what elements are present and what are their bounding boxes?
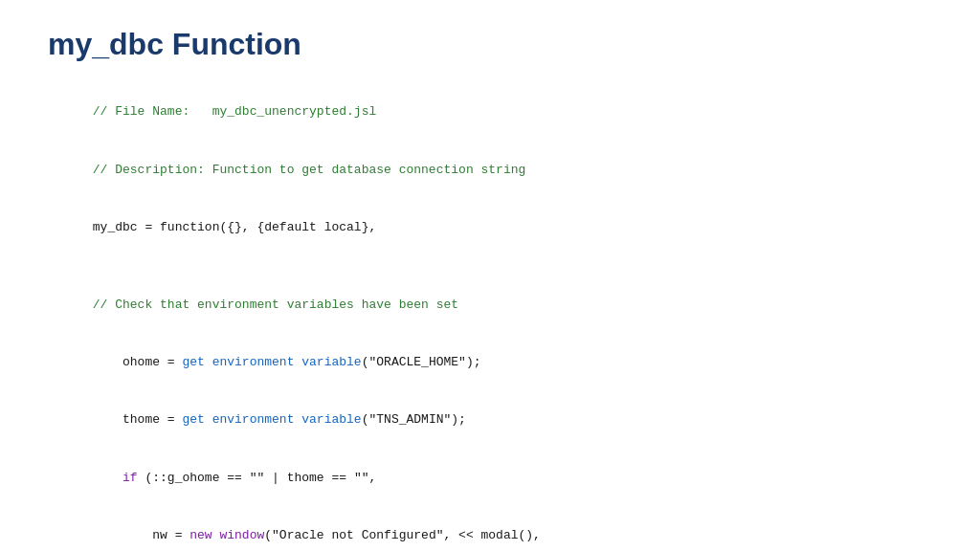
code-line: // File Name: my_dbc_unencrypted.jsl — [48, 83, 932, 141]
code-line: thome = get environment variable("TNS_AD… — [48, 391, 932, 449]
code-line — [48, 256, 932, 276]
code-line: my_dbc = function({}, {default local}, — [48, 199, 932, 256]
code-line: nw = new window("Oracle not Configured",… — [48, 507, 932, 551]
code-line: // Description: Function to get database… — [48, 141, 932, 198]
code-line: // Check that environment variables have… — [48, 276, 932, 333]
code-line: if (::g_ohome == "" | thome == "", — [48, 450, 932, 507]
code-line: ohome = get environment variable("ORACLE… — [48, 334, 932, 391]
page-title: my_dbc Function — [48, 27, 932, 62]
main-content: my_dbc Function // File Name: my_dbc_une… — [0, 0, 980, 551]
code-block: // File Name: my_dbc_unencrypted.jsl // … — [48, 83, 932, 551]
